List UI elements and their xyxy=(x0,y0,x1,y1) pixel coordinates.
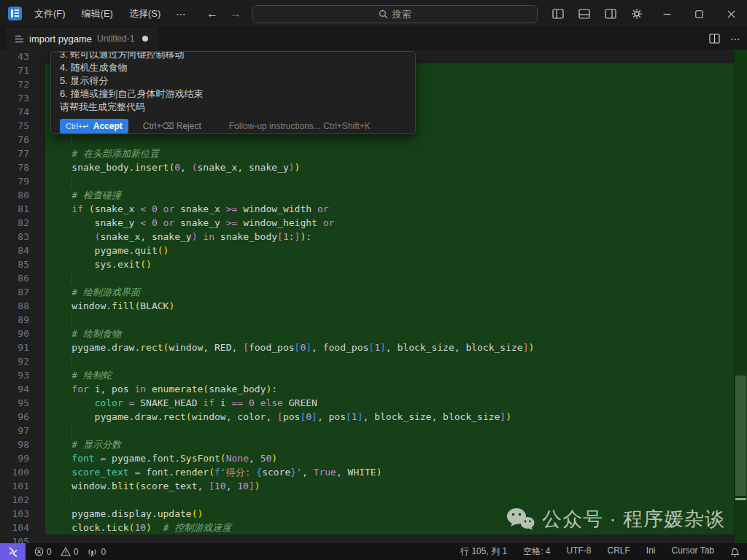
status-item[interactable]: Cursor Tab xyxy=(672,545,714,558)
line-number: 104 xyxy=(0,521,45,534)
code-line-91[interactable]: 91 pygame.draw.rect(window, RED, [food_p… xyxy=(0,341,734,354)
code-line-89[interactable]: 89 xyxy=(0,313,734,327)
code-content: font = pygame.font.SysFont(None, 50) xyxy=(45,451,734,465)
code-line-85[interactable]: 85 sys.exit() xyxy=(0,257,734,271)
code-line-88[interactable]: 88 window.fill(BLACK) xyxy=(0,299,734,313)
toggle-panel-icon[interactable] xyxy=(575,5,594,23)
status-item[interactable]: 空格: 4 xyxy=(523,545,550,558)
code-content xyxy=(45,354,734,368)
line-number: 43 xyxy=(0,50,45,63)
minimize-button[interactable] xyxy=(651,0,683,28)
line-number: 97 xyxy=(0,424,45,438)
prompt-line: 6. 撞墙或撞到自己身体时游戏结束 xyxy=(60,88,406,101)
code-content: # 显示分数 xyxy=(45,438,734,451)
search-input[interactable]: 搜索 xyxy=(252,5,538,23)
code-line-92[interactable]: 92 xyxy=(0,354,734,368)
line-number: 87 xyxy=(0,285,45,299)
status-bar: 0 0 0 行 105, 列 1空格: 4UTF-8CRLFIniCursor … xyxy=(0,543,747,560)
ports-indicator[interactable]: 0 xyxy=(87,547,106,557)
code-content xyxy=(45,133,734,147)
split-editor-icon[interactable] xyxy=(709,34,720,44)
line-number: 73 xyxy=(0,91,45,105)
code-line-76[interactable]: 76 xyxy=(0,133,734,147)
code-content xyxy=(45,424,734,438)
line-number: 90 xyxy=(0,327,45,341)
status-item[interactable]: UTF-8 xyxy=(566,545,591,558)
code-line-82[interactable]: 82 snake_y < 0 or snake_y >= window_heig… xyxy=(0,216,734,230)
code-line-101[interactable]: 101 window.blit(score_text, [10, 10]) xyxy=(0,479,734,493)
more-actions-icon[interactable]: ⋯ xyxy=(730,33,741,44)
code-content: if (snake_x < 0 or snake_x >= window_wid… xyxy=(45,202,734,216)
code-line-77[interactable]: 77 # 在头部添加新位置 xyxy=(0,147,734,160)
forward-arrow-icon[interactable]: → xyxy=(230,7,241,20)
problems-indicator[interactable]: 0 0 xyxy=(34,547,78,557)
code-line-78[interactable]: 78 snake_body.insert(0, (snake_x, snake_… xyxy=(0,160,734,174)
warning-count: 0 xyxy=(74,547,79,557)
app-window: 文件(F)编辑(E)选择(S)⋯ ← → 搜索 xyxy=(0,0,747,560)
back-arrow-icon[interactable]: ← xyxy=(206,7,218,20)
line-number: 76 xyxy=(0,133,45,147)
unsaved-dot-icon[interactable] xyxy=(142,36,148,42)
window-controls xyxy=(651,0,747,28)
code-line-105[interactable]: 105 xyxy=(0,534,734,543)
code-line-81[interactable]: 81 if (snake_x < 0 or snake_x >= window_… xyxy=(0,202,734,216)
line-number: 85 xyxy=(0,257,45,271)
line-number: 81 xyxy=(0,202,45,216)
code-line-97[interactable]: 97 xyxy=(0,424,734,438)
close-button[interactable] xyxy=(715,0,747,28)
line-number: 74 xyxy=(0,105,45,119)
tab-import-pygame[interactable]: import pygame Untitled-1 xyxy=(6,28,158,50)
code-content: pygame.draw.rect(window, color, [pos[0],… xyxy=(45,410,734,424)
settings-gear-icon[interactable] xyxy=(627,5,646,23)
code-line-83[interactable]: 83 (snake_x, snake_y) in snake_body[1:])… xyxy=(0,230,734,244)
menu-overflow-icon[interactable]: ⋯ xyxy=(169,6,193,23)
code-line-80[interactable]: 80 # 检查碰撞 xyxy=(0,188,734,202)
status-item[interactable]: CRLF xyxy=(607,545,630,558)
code-content: pygame.quit() xyxy=(45,244,734,257)
code-line-84[interactable]: 84 pygame.quit() xyxy=(0,244,734,257)
line-number: 84 xyxy=(0,244,45,257)
code-line-102[interactable]: 102 xyxy=(0,493,734,507)
reject-button[interactable]: Ctrl+⌫ Reject xyxy=(143,121,201,131)
line-number: 94 xyxy=(0,382,45,396)
prompt-actions: Ctrl+↵ Accept Ctrl+⌫ Reject Follow-up in… xyxy=(60,119,406,133)
code-line-79[interactable]: 79 xyxy=(0,174,734,188)
code-line-86[interactable]: 86 xyxy=(0,271,734,285)
code-line-99[interactable]: 99 font = pygame.font.SysFont(None, 50) xyxy=(0,451,734,465)
line-number: 82 xyxy=(0,216,45,230)
code-line-87[interactable]: 87 # 绘制游戏界面 xyxy=(0,285,734,299)
statusbar-items: 行 105, 列 1空格: 4UTF-8CRLFIniCursor Tab xyxy=(460,545,714,558)
code-line-90[interactable]: 90 # 绘制食物 xyxy=(0,327,734,341)
code-content: color = SNAKE_HEAD if i == 0 else GREEN xyxy=(45,396,734,410)
broadcast-icon xyxy=(87,547,98,557)
code-line-95[interactable]: 95 color = SNAKE_HEAD if i == 0 else GRE… xyxy=(0,396,734,410)
remote-indicator-button[interactable] xyxy=(0,543,26,560)
code-line-93[interactable]: 93 # 绘制蛇 xyxy=(0,368,734,382)
code-line-96[interactable]: 96 pygame.draw.rect(window, color, [pos[… xyxy=(0,410,734,424)
code-line-100[interactable]: 100 score_text = font.render(f'得分: {scor… xyxy=(0,465,734,479)
toggle-sidebar-icon[interactable] xyxy=(549,5,568,23)
ports-count: 0 xyxy=(101,547,106,557)
notifications-bell-icon[interactable] xyxy=(730,547,740,557)
code-content: pygame.draw.rect(window, RED, [food_pos[… xyxy=(45,341,734,354)
code-line-98[interactable]: 98 # 显示分数 xyxy=(0,438,734,451)
accept-button[interactable]: Ctrl+↵ Accept xyxy=(60,119,128,133)
toggle-secondary-sidebar-icon[interactable] xyxy=(601,5,620,23)
prompt-line: 请帮我生成完整代码 xyxy=(60,101,406,114)
line-number: 72 xyxy=(0,77,45,91)
scrollbar-thumb[interactable] xyxy=(735,376,746,496)
cursor-overview-marker xyxy=(735,498,746,500)
menu-item-选[interactable]: 选择(S) xyxy=(121,4,169,23)
editor-actions: ⋯ xyxy=(709,28,741,50)
menu-item-编[interactable]: 编辑(E) xyxy=(74,4,121,23)
code-content: snake_y < 0 or snake_y >= window_height … xyxy=(45,216,734,230)
indent-guide xyxy=(71,133,72,147)
maximize-button[interactable] xyxy=(683,0,715,28)
status-item[interactable]: 行 105, 列 1 xyxy=(460,545,507,558)
code-line-94[interactable]: 94 for i, pos in enumerate(snake_body): xyxy=(0,382,734,396)
menu-item-文[interactable]: 文件(F) xyxy=(26,4,74,23)
followup-instructions-button[interactable]: Follow-up instructions... Ctrl+Shift+K xyxy=(229,121,371,131)
scrollbar-track[interactable] xyxy=(734,50,747,543)
status-item[interactable]: Ini xyxy=(646,545,656,558)
line-number: 98 xyxy=(0,438,45,451)
